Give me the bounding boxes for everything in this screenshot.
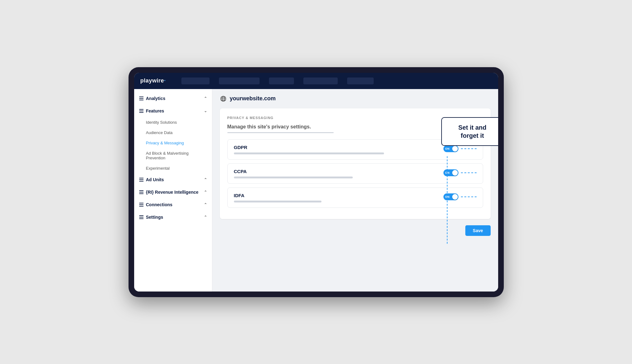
hamburger-icon-adunits — [139, 178, 144, 182]
features-label: Features — [146, 108, 164, 113]
chevron-up-icon: ⌄ — [204, 109, 207, 113]
features-submenu: Identity Solutions Audience Data Privacy… — [134, 117, 212, 173]
hamburger-icon-settings — [139, 215, 144, 219]
nav-pill-2[interactable] — [219, 77, 260, 84]
sidebar-item-audience-data[interactable]: Audience Data — [134, 127, 212, 138]
idfa-toggle-label: ON — [445, 195, 450, 198]
revenue-intelligence-label: {RI} Revenue Intelligence — [146, 190, 199, 195]
ccpa-toggle-label: ON — [445, 171, 450, 174]
ccpa-dashed-line — [461, 172, 477, 173]
globe-icon — [220, 95, 227, 102]
save-button[interactable]: Save — [465, 225, 491, 236]
connections-label: Connections — [146, 202, 173, 207]
idfa-bar — [234, 201, 321, 202]
ccpa-toggle-area: ON — [443, 169, 477, 176]
ad-units-label: Ad Units — [146, 177, 164, 182]
main-layout: Analytics ⌃ Features ⌄ Ident — [134, 89, 498, 292]
hamburger-icon-features — [139, 109, 144, 113]
ccpa-row: CCPA ON — [227, 163, 483, 184]
sidebar-item-identity-solutions[interactable]: Identity Solutions — [134, 117, 212, 127]
title-underline — [227, 132, 334, 133]
device-frame: playwire· Analytics ⌃ — [129, 67, 504, 297]
site-name: yourwebsite.com — [230, 95, 276, 102]
analytics-label: Analytics — [146, 96, 165, 101]
gdpr-bar — [234, 152, 384, 154]
nav-pill-3[interactable] — [269, 77, 294, 84]
nav-pill-5[interactable] — [347, 77, 374, 84]
hamburger-icon — [139, 97, 144, 100]
hamburger-icon-connections — [139, 203, 144, 207]
chevron-down-icon-ri: ⌃ — [204, 190, 207, 194]
save-area: Save — [220, 225, 491, 236]
hamburger-icon-ri — [139, 190, 144, 194]
dashed-vertical-connector — [447, 156, 447, 244]
chevron-down-icon-settings: ⌃ — [204, 215, 207, 219]
sidebar-item-privacy-messaging[interactable]: Privacy & Messaging — [134, 138, 212, 148]
ccpa-toggle[interactable]: ON — [443, 169, 458, 176]
ccpa-toggle-knob — [452, 170, 458, 176]
chevron-down-icon: ⌃ — [204, 96, 207, 101]
sidebar: Analytics ⌃ Features ⌄ Ident — [134, 89, 212, 292]
sidebar-item-analytics[interactable]: Analytics ⌃ — [134, 92, 212, 105]
nav-pill-4[interactable] — [303, 77, 338, 84]
idfa-toggle[interactable]: ON — [443, 193, 458, 200]
top-nav: playwire· — [134, 73, 498, 89]
idfa-row: IDFA ON — [227, 187, 483, 208]
callout-text-line2: forget it — [449, 132, 496, 140]
gdpr-toggle-label: ON — [445, 147, 450, 150]
sidebar-item-settings[interactable]: Settings ⌃ — [134, 211, 212, 223]
sidebar-item-ad-units[interactable]: Ad Units ⌃ — [134, 173, 212, 186]
logo: playwire — [140, 77, 164, 84]
gdpr-toggle[interactable]: ON — [443, 145, 458, 152]
idfa-toggle-area: ON — [443, 193, 477, 200]
site-header: yourwebsite.com — [220, 95, 491, 102]
idfa-title: IDFA — [234, 193, 443, 198]
browser-window: playwire· Analytics ⌃ — [134, 73, 498, 292]
sidebar-item-connections[interactable]: Connections ⌃ — [134, 198, 212, 211]
sidebar-item-experimental[interactable]: Experimental — [134, 163, 212, 173]
chevron-down-icon-adunits: ⌃ — [204, 177, 207, 182]
settings-label: Settings — [146, 215, 163, 220]
idfa-dashed-line — [461, 197, 477, 197]
ccpa-bar — [234, 177, 353, 178]
content-area: yourwebsite.com PRIVACY & MESSAGING Mana… — [212, 89, 498, 292]
gdpr-title: GDPR — [234, 145, 443, 150]
gdpr-toggle-knob — [452, 146, 458, 152]
sidebar-item-revenue-intelligence[interactable]: {RI} Revenue Intelligence ⌃ — [134, 186, 212, 198]
idfa-toggle-knob — [452, 194, 458, 200]
nav-pill-1[interactable] — [181, 77, 210, 84]
callout-text-line1: Set it and — [449, 123, 496, 132]
gdpr-dashed-line — [461, 148, 477, 149]
ccpa-title: CCPA — [234, 169, 443, 174]
sidebar-item-features[interactable]: Features ⌄ — [134, 105, 212, 117]
logo-area: playwire· — [140, 77, 166, 84]
chevron-down-icon-connections: ⌃ — [204, 202, 207, 207]
sidebar-item-adblock[interactable]: Ad Block & Malvertising Prevention — [134, 148, 212, 163]
callout-box: Set it and forget it — [441, 117, 498, 146]
